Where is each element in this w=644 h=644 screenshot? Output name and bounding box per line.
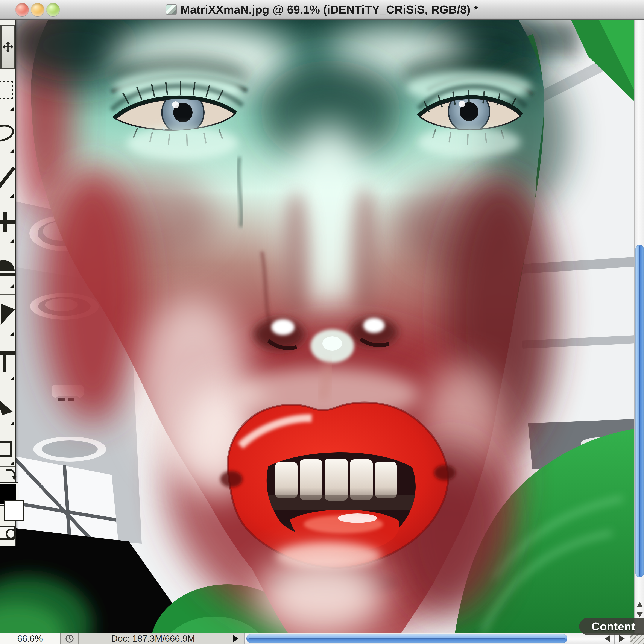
tool-move[interactable] — [0, 25, 15, 69]
document-proxy-icon[interactable] — [166, 4, 177, 15]
left-eye — [112, 71, 243, 160]
teeth — [268, 459, 419, 510]
shape-icon — [0, 441, 12, 457]
status-flyout-button[interactable] — [227, 633, 244, 644]
tool-palette — [0, 0, 16, 546]
flyout-triangle-icon — [10, 461, 14, 465]
tool-lasso[interactable] — [0, 114, 15, 154]
toolbar-separator — [0, 294, 15, 295]
tool-path-selection[interactable] — [0, 386, 15, 426]
document-canvas[interactable] — [0, 20, 634, 633]
flyout-triangle-icon — [10, 238, 14, 243]
clone-stamp-icon — [0, 260, 15, 271]
zoom-level-field[interactable]: 66.6% — [0, 633, 61, 644]
flyout-triangle-icon — [10, 106, 14, 111]
flyout-arrow-icon — [233, 635, 238, 642]
photoshop-window: MatriXXmaN.jpg @ 69.1% (iDENTiTY_CRiSiS,… — [0, 0, 644, 644]
tool-slice[interactable] — [0, 159, 15, 199]
flyout-triangle-icon — [10, 149, 14, 153]
document-sizes[interactable]: Doc: 187.3M/666.9M — [79, 633, 227, 644]
content-palette-tab[interactable]: Content — [579, 618, 644, 635]
move-icon — [2, 41, 14, 53]
document-sizes-value: Doc: 187.3M/666.9M — [111, 633, 195, 644]
scroll-up-arrow-icon[interactable] — [636, 602, 643, 607]
swap-colors-icon[interactable] — [6, 469, 15, 477]
background-color-swatch[interactable] — [4, 500, 24, 521]
title-bar[interactable]: MatriXXmaN.jpg @ 69.1% (iDENTiTY_CRiSiS,… — [0, 0, 644, 20]
quick-mask-button[interactable] — [0, 526, 15, 540]
status-bar: 66.6% Doc: 187.3M/666.9M — [0, 633, 644, 644]
tool-type[interactable] — [0, 342, 15, 381]
flyout-triangle-icon — [10, 421, 14, 425]
zoom-level-value: 66.6% — [17, 633, 43, 644]
tool-healing-brush[interactable] — [0, 204, 15, 244]
marquee-icon — [0, 81, 13, 99]
flyout-triangle-icon — [10, 193, 14, 198]
tool-pen[interactable] — [0, 297, 15, 337]
tool-clone-stamp[interactable] — [0, 249, 15, 289]
tool-shape[interactable] — [0, 431, 15, 466]
pen-icon — [0, 304, 15, 328]
vertical-scrollbar-thumb[interactable] — [635, 245, 644, 577]
scroll-down-arrow-icon[interactable] — [636, 612, 643, 617]
type-icon — [0, 351, 15, 355]
toolbar-separator — [0, 466, 15, 467]
artwork-image — [0, 20, 634, 633]
right-eye — [407, 71, 531, 158]
content-tab-label: Content — [592, 620, 635, 633]
path-selection-icon — [0, 395, 13, 415]
flyout-triangle-icon — [10, 331, 14, 336]
scroll-right-arrow-icon — [619, 635, 625, 642]
version-cue-icon — [65, 634, 74, 643]
vertical-scrollbar[interactable] — [634, 20, 644, 633]
window-title: MatriXXmaN.jpg @ 69.1% (iDENTiTY_CRiSiS,… — [181, 3, 478, 16]
flyout-triangle-icon — [10, 376, 14, 380]
status-icon-cell — [61, 633, 79, 644]
slice-icon — [0, 167, 15, 189]
horizontal-scrollbar-thumb[interactable] — [246, 634, 567, 643]
lasso-icon — [0, 122, 16, 144]
tool-marquee[interactable] — [0, 72, 15, 112]
title-group: MatriXXmaN.jpg @ 69.1% (iDENTiTY_CRiSiS,… — [0, 0, 644, 19]
scroll-left-arrow-icon — [605, 635, 610, 642]
flyout-triangle-icon — [10, 284, 14, 288]
horizontal-scrollbar[interactable] — [244, 633, 644, 644]
